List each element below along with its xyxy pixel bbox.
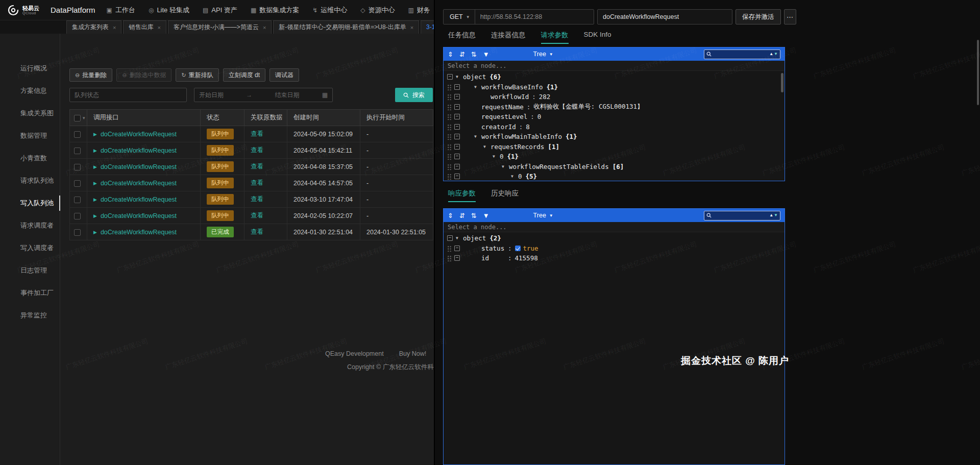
- sidebar-item-write-scheduler[interactable]: 写入调度者: [0, 237, 60, 259]
- drag-handle-icon[interactable]: [447, 255, 452, 261]
- queue-status-input[interactable]: 队列状态: [69, 88, 187, 102]
- footer-link-buy-now[interactable]: Buy Now!: [399, 350, 427, 359]
- tree-node[interactable]: ▼requestLevel:0: [444, 112, 785, 122]
- drag-handle-icon[interactable]: [447, 143, 452, 150]
- tree-node[interactable]: ▼0{1}: [444, 152, 785, 162]
- view-source-link[interactable]: 查看: [251, 146, 263, 154]
- view-source-link[interactable]: 查看: [251, 212, 263, 219]
- node-type-icon[interactable]: [454, 94, 460, 100]
- collapse-caret-icon[interactable]: ▼: [474, 134, 481, 139]
- collapse-caret-icon[interactable]: ▼: [474, 85, 481, 89]
- node-type-icon[interactable]: [447, 235, 453, 241]
- tree-node[interactable]: ▼status:true: [444, 243, 785, 254]
- node-type-icon[interactable]: [447, 74, 453, 80]
- node-type-icon[interactable]: [454, 255, 460, 261]
- drag-handle-icon[interactable]: [447, 93, 452, 100]
- collapse-caret-icon[interactable]: ▼: [511, 174, 518, 179]
- tab-history-response[interactable]: 历史响应: [491, 189, 519, 202]
- save-activate-button[interactable]: 保存并激活: [736, 9, 781, 25]
- node-type-icon[interactable]: [454, 84, 460, 90]
- topnav-item-api-assets[interactable]: ▤API 资产: [203, 6, 237, 15]
- scheme-tab-4[interactable]: 新-领星结算中心-交易明细-赔偿单=>U8-出库单×: [273, 20, 419, 34]
- search-button[interactable]: 搜索: [395, 88, 433, 102]
- tree-node[interactable]: ▼workflowRequestTableFields[6]: [444, 162, 785, 172]
- node-type-icon[interactable]: [454, 246, 460, 251]
- node-type-icon[interactable]: [454, 124, 460, 130]
- schedule-now-button[interactable]: 立刻调度 dt: [223, 68, 265, 82]
- expand-all-icon[interactable]: ⇕: [448, 51, 453, 58]
- row-checkbox[interactable]: [74, 197, 81, 203]
- tree-node[interactable]: ▼object{6}: [444, 72, 785, 82]
- sidebar-item-request-queue-pool[interactable]: 请求队列池: [0, 169, 60, 192]
- sidebar-item-write-queue-pool[interactable]: 写入队列池: [0, 192, 60, 214]
- sidebar-item-xiaoqing-query[interactable]: 小青查数: [0, 147, 60, 169]
- delete-selected-button[interactable]: ⊖删除选中数据: [116, 68, 172, 82]
- search-next-icon[interactable]: ▼: [774, 52, 778, 56]
- api-call-link[interactable]: ▶doCreateWorkflowRequest: [93, 147, 177, 154]
- row-checkbox[interactable]: [74, 213, 81, 219]
- tree-node[interactable]: ▼id:415598: [444, 253, 785, 263]
- node-type-icon[interactable]: [454, 144, 460, 150]
- topnav-item-data-integration[interactable]: ▦数据集成方案: [251, 6, 299, 15]
- scheme-tab-2[interactable]: 销售出库×: [123, 20, 166, 34]
- footer-link-qeasy[interactable]: QEasy Development: [325, 350, 384, 359]
- filter-icon[interactable]: ▼: [483, 212, 489, 219]
- api-call-link[interactable]: ▶doCreateWorkflowRequest: [93, 229, 177, 236]
- api-call-link[interactable]: ▶doCreateWorkflowRequest: [93, 163, 177, 170]
- search-prev-icon[interactable]: ▲: [769, 52, 773, 56]
- drag-handle-icon[interactable]: [447, 173, 452, 180]
- sidebar-item-exception-monitor[interactable]: 异常监控: [0, 304, 60, 327]
- collapse-all-icon[interactable]: ⇵: [459, 51, 465, 58]
- drag-handle-icon[interactable]: [447, 245, 452, 252]
- node-type-icon[interactable]: [454, 104, 460, 110]
- tree-node[interactable]: ▼requestRecords[1]: [444, 142, 785, 152]
- tree-search-input[interactable]: ▲▼: [704, 50, 780, 59]
- sidebar-item-event-factory[interactable]: 事件加工厂: [0, 282, 60, 304]
- search-prev-icon[interactable]: ▲: [769, 213, 773, 217]
- node-type-icon[interactable]: [454, 134, 460, 139]
- date-range-picker[interactable]: 开始日期 → 结束日期 ▦: [194, 88, 333, 102]
- row-checkbox[interactable]: [74, 229, 81, 236]
- drag-handle-icon[interactable]: [447, 124, 452, 130]
- chevron-down-icon[interactable]: ▾: [83, 115, 85, 120]
- debugger-button[interactable]: 调试器: [270, 68, 299, 82]
- topnav-item-ops-center[interactable]: ↯运维中心: [312, 6, 347, 15]
- tree-node[interactable]: ▼workflowBaseInfo{1}: [444, 82, 785, 92]
- app-logo[interactable]: 轻易云 QCloud: [7, 4, 39, 16]
- view-source-link[interactable]: 查看: [251, 179, 263, 186]
- sidebar-item-log-management[interactable]: 日志管理: [0, 259, 60, 282]
- node-type-icon[interactable]: [454, 154, 460, 159]
- close-tab-icon[interactable]: ×: [263, 25, 266, 31]
- topnav-item-finance[interactable]: ▥财务: [408, 6, 430, 15]
- drag-handle-icon[interactable]: [447, 84, 452, 90]
- url-input[interactable]: http://58.58.54.122:88: [475, 13, 548, 20]
- scheme-tab-3[interactable]: 客户信息对接-小满——>简道云×: [168, 20, 272, 34]
- drag-handle-icon[interactable]: [447, 163, 452, 170]
- close-tab-icon[interactable]: ×: [157, 25, 160, 31]
- sidebar-item-request-scheduler[interactable]: 请求调度者: [0, 214, 60, 237]
- tab-response-params[interactable]: 响应参数: [448, 189, 476, 202]
- sidebar-item-data-management[interactable]: 数据管理: [0, 125, 60, 147]
- expand-all-icon[interactable]: ⇕: [448, 212, 453, 219]
- topnav-item-resource-center[interactable]: ◇资源中心: [360, 6, 395, 15]
- tree-search-input[interactable]: ▲▼: [704, 211, 780, 221]
- node-type-icon[interactable]: [454, 164, 460, 169]
- more-options-button[interactable]: ⋯: [784, 9, 796, 25]
- node-type-icon[interactable]: [454, 114, 460, 119]
- tree-node[interactable]: ▼creatorId:8: [444, 122, 785, 132]
- checked-checkbox-icon[interactable]: [515, 246, 521, 251]
- drag-handle-icon[interactable]: [447, 104, 452, 110]
- topnav-item-workbench[interactable]: ▣工作台: [107, 6, 135, 15]
- drag-handle-icon[interactable]: [447, 133, 452, 140]
- tab-connector-info[interactable]: 连接器信息: [491, 31, 526, 44]
- tree-node[interactable]: ▼requestName:收料验收【金蝶单号: CGSL000131】: [444, 102, 785, 112]
- row-checkbox[interactable]: [74, 180, 81, 187]
- drag-handle-icon[interactable]: [447, 153, 452, 160]
- search-next-icon[interactable]: ▼: [774, 213, 778, 217]
- filter-icon[interactable]: ▼: [483, 51, 489, 58]
- collapse-caret-icon[interactable]: ▼: [456, 236, 463, 240]
- view-source-link[interactable]: 查看: [251, 195, 263, 203]
- tree-node[interactable]: ▼workflowId:282: [444, 92, 785, 102]
- method-select[interactable]: GET▼: [444, 13, 475, 20]
- api-call-link[interactable]: ▶doCreateWorkflowRequest: [93, 196, 177, 203]
